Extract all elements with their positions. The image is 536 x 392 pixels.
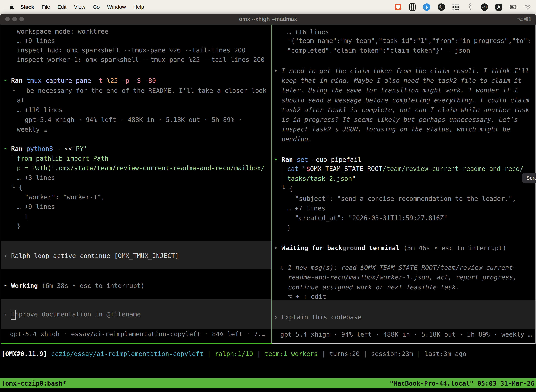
terminal-line: readme-and-reco/mailbox/worker-1.json, a…: [288, 273, 517, 282]
left-pane-bottom-border: [1, 343, 271, 344]
terminal-line: inspect_worker-1: omx sparkshell --tmux-…: [17, 55, 265, 65]
terminal-line: └ {: [274, 184, 293, 193]
terminal-line: › Ralph loop active continue [OMX_TMUX_I…: [4, 251, 179, 261]
terminal-line: … +3 lines: [17, 173, 55, 182]
output-connector: [282, 164, 282, 187]
moon-app-icon[interactable]: ☾: [438, 3, 445, 11]
terminal-line: "worker": "worker-1",: [25, 192, 105, 202]
terminal-line: ⌥ + ↑ edit: [288, 292, 326, 301]
menu-app-name[interactable]: Slack: [20, 4, 34, 10]
tmux-status-bar: [omx-cczip0:bash* "MacBook-Pro-44.local"…: [0, 378, 536, 388]
terminal-line: keep that in mind. Maybe I also need the…: [282, 76, 522, 85]
terminal-line: tasks/task-2.json": [287, 174, 356, 183]
menu-item-go[interactable]: Go: [93, 4, 100, 10]
recording-indicator-icon[interactable]: [394, 3, 402, 11]
terminal-line: continue assigned work or next feasible …: [288, 283, 459, 292]
menu-item-help[interactable]: Help: [133, 4, 144, 10]
menu-item-view[interactable]: View: [74, 4, 85, 10]
count-badge-label: ..61: [481, 3, 488, 11]
terminal-line: • Ran set -euo pipefail: [274, 155, 362, 164]
battery-icon[interactable]: [510, 3, 517, 11]
screenshot-tooltip: Scre: [522, 173, 536, 183]
terminal-line: • I need to get the claim token from the…: [274, 66, 529, 76]
terminal-window: omx --xhigh --madmax ⌥⌘1 workspace_mode:…: [0, 14, 536, 392]
terminal-line: at: [17, 96, 24, 105]
input-source-label: A: [495, 4, 502, 10]
keypad-icon[interactable]: [409, 3, 416, 11]
terminal-line: }: [17, 221, 21, 231]
terminal-line: weekly …: [17, 125, 47, 134]
terminal-line: gpt-5.4 xhigh · essay/ai-reimplementatio…: [10, 329, 265, 339]
terminal-line: • Waiting for background terminal (3m 46…: [274, 243, 506, 253]
terminal-line: … +9 lines: [17, 36, 55, 46]
terminal-line: cat "$OMX_TEAM_STATE_ROOT/team/review-cu…: [287, 164, 523, 173]
terminal-line: p = Path('.omx/state/team/review-current…: [17, 163, 265, 173]
bolt-app-icon[interactable]: [423, 3, 431, 11]
apple-menu-icon[interactable]: [9, 4, 15, 10]
terminal-line: › Improve documentation in @filename: [4, 310, 141, 319]
terminal-line: gpt-5.4 xhigh · 94% left · 488K in · 5.1…: [25, 115, 242, 125]
status-icons: ☾ ..61 A: [394, 3, 531, 11]
text-cursor: [11, 310, 16, 320]
title-bar[interactable]: omx --xhigh --madmax ⌥⌘1: [0, 14, 536, 25]
terminal-line: └ be necessary for the end of the README…: [4, 86, 267, 95]
terminal-line: › Explain this codebase: [274, 313, 362, 322]
window-shortcut-hint: ⌥⌘1: [517, 14, 531, 25]
terminal-line: ↳ 1 new msg(s): read $OMX_TEAM_STATE_ROO…: [280, 263, 517, 272]
dots-grid-icon[interactable]: [452, 3, 459, 11]
terminal-line: inspect_hud: omx sparkshell --tmux-pane …: [17, 46, 245, 55]
terminal-line: later. Using the same for transition mig…: [282, 85, 518, 95]
tmux-host-clock: "MacBook-Pro-44.local" 05:03 31-Mar-26: [390, 378, 535, 388]
terminal-line: is in progress? It seems likely but perh…: [282, 115, 518, 124]
terminal-line: gpt-5.4 xhigh · 94% left · 488K in · 5.1…: [280, 330, 532, 339]
input-source-icon[interactable]: A: [495, 3, 502, 11]
menu-bar: Slack FileEditViewGoWindowHelp ☾ ..61 A: [0, 0, 536, 14]
menu-item-file[interactable]: File: [42, 4, 50, 10]
terminal-line: task2 after task1 is complete, but can I…: [282, 105, 529, 115]
left-pane-left-border: [1, 25, 1, 344]
output-connector: [12, 155, 12, 186]
menu-items: FileEditViewGoWindowHelp: [34, 4, 144, 10]
menu-item-edit[interactable]: Edit: [57, 4, 67, 10]
terminal-line: "completed","claim_token":"claim-token"}…: [287, 46, 470, 55]
terminal-line: '{"team_name":"my-team","task_id":"1","f…: [287, 36, 531, 46]
terminal-line: should send a message before completing …: [282, 96, 529, 105]
right-pane-right-border: [535, 25, 536, 344]
window-title: omx --xhigh --madmax: [0, 14, 536, 25]
wifi-icon[interactable]: [524, 3, 531, 11]
shortcuts-icon[interactable]: [466, 3, 474, 11]
terminal-line: • Ran python3 - <<'PY': [4, 144, 87, 154]
terminal-line: • Ran tmux capture-pane -t %25 -p -S -80: [4, 76, 156, 85]
terminal-line: • Working (6m 38s • esc to interrupt): [4, 281, 144, 290]
terminal-line: pending.: [282, 134, 312, 144]
terminal-line: … +9 lines: [17, 202, 55, 211]
terminal-line: … +16 lines: [287, 27, 329, 37]
menu-item-window[interactable]: Window: [107, 4, 126, 10]
pane-divider[interactable]: [271, 25, 272, 344]
terminal-line: ]: [25, 212, 29, 221]
terminal-line: └ {: [4, 183, 23, 192]
terminal-line: "created_at": "2026-03-31T11:59:27.816Z": [295, 213, 448, 223]
terminal-content[interactable]: workspace_mode: worktree… +9 linesinspec…: [0, 25, 536, 392]
count-badge-icon[interactable]: ..61: [481, 3, 488, 11]
terminal-line: workspace_mode: worktree: [17, 27, 108, 36]
right-pane-bottom-border: [272, 343, 535, 344]
terminal-line: … +7 lines: [287, 204, 325, 213]
tmux-session-label: [omx-cczip0:bash*: [1, 378, 66, 388]
terminal-line: inspect task2's JSON, focusing on the st…: [282, 125, 510, 134]
terminal-line: }: [287, 223, 291, 233]
terminal-line: "subject": "send a concise recommendatio…: [295, 194, 516, 203]
terminal-line: … +110 lines: [17, 105, 62, 115]
terminal-line: from pathlib import Path: [17, 154, 108, 163]
omx-status-line: [OMX#0.11.9] cczip/essay/ai-reimplementa…: [1, 349, 466, 359]
